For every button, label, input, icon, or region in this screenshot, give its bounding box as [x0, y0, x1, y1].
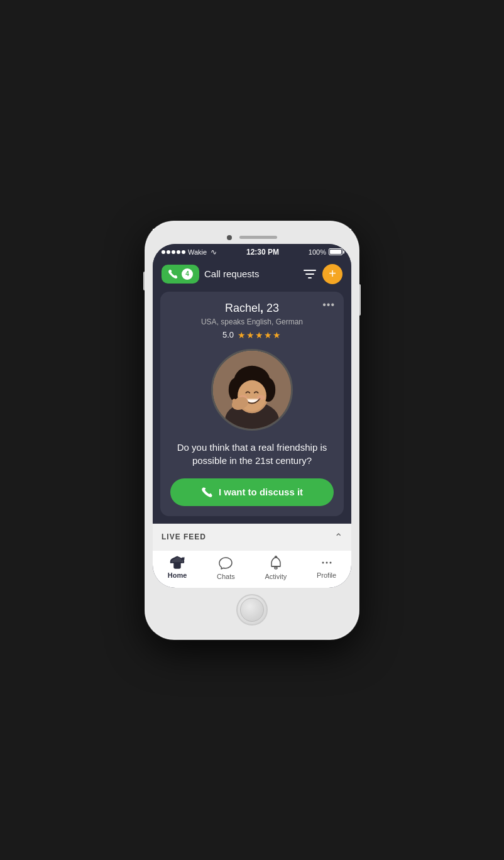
- profile-name: Rachel, 23: [170, 302, 334, 315]
- nav-chats[interactable]: Chats: [217, 556, 235, 580]
- filter-icon[interactable]: [304, 269, 316, 279]
- rating-number: 5.0: [222, 330, 234, 339]
- phone-icon: [168, 269, 178, 279]
- nav-chats-label: Chats: [217, 573, 235, 580]
- wifi-icon: ∿: [211, 248, 217, 256]
- signal-dot-5: [182, 250, 185, 254]
- profile-image: [211, 349, 293, 431]
- signal-dot-1: [162, 250, 165, 254]
- phone-call-icon: [201, 487, 212, 498]
- home-button-inner: [240, 598, 264, 622]
- svg-point-19: [322, 561, 324, 563]
- svg-rect-2: [308, 277, 312, 278]
- power-button: [359, 284, 361, 316]
- phone-device: Wakie ∿ 12:30 PM 100% 4: [145, 221, 359, 639]
- status-left: Wakie ∿: [162, 248, 217, 256]
- live-feed-title: LIVE FEED: [162, 532, 206, 541]
- signal-dots: [162, 250, 185, 254]
- rating-row: 5.0 ★★★★★: [170, 330, 334, 340]
- battery-fill: [330, 250, 341, 254]
- signal-dot-3: [172, 250, 175, 254]
- signal-dot-4: [177, 250, 180, 254]
- signal-dot-2: [167, 250, 170, 254]
- header-title: Call requests: [204, 268, 260, 279]
- svg-rect-0: [304, 270, 316, 271]
- app-header: 4 Call requests +: [153, 259, 351, 292]
- more-dots[interactable]: •••: [322, 299, 335, 311]
- chevron-up-icon[interactable]: ⌃: [334, 531, 342, 543]
- nav-home-label: Home: [168, 571, 187, 579]
- svg-rect-17: [275, 567, 277, 569]
- volume-button: [143, 272, 145, 290]
- call-requests-badge[interactable]: 4: [162, 265, 199, 284]
- live-feed-bar[interactable]: LIVE FEED ⌃: [153, 524, 351, 551]
- nav-activity-label: Activity: [265, 573, 287, 580]
- svg-point-20: [326, 561, 327, 563]
- profile-avatar-svg: [213, 351, 291, 429]
- activity-icon: [269, 556, 283, 571]
- svg-rect-1: [305, 273, 314, 275]
- nav-profile-label: Profile: [317, 571, 336, 579]
- carrier-name: Wakie: [188, 248, 207, 256]
- nav-profile[interactable]: Profile: [317, 556, 336, 580]
- status-bar: Wakie ∿ 12:30 PM 100%: [153, 244, 351, 259]
- badge-count: 4: [182, 268, 193, 280]
- profile-icon: [320, 556, 334, 570]
- camera: [227, 235, 232, 240]
- speaker: [239, 236, 277, 239]
- nav-activity[interactable]: Activity: [265, 556, 287, 580]
- battery-icon: [329, 248, 342, 255]
- chats-icon: [218, 556, 233, 571]
- discussion-text: Do you think that a real friendship is p…: [170, 441, 334, 467]
- profile-card: ••• Rachel, 23 USA, speaks English, Germ…: [160, 292, 344, 516]
- status-right: 100%: [309, 248, 342, 256]
- svg-point-21: [329, 561, 331, 563]
- home-button[interactable]: [236, 594, 268, 626]
- status-time: 12:30 PM: [246, 248, 279, 256]
- discuss-button[interactable]: I want to discuss it: [170, 478, 334, 506]
- profile-img-bg: [213, 351, 291, 429]
- svg-point-11: [257, 395, 265, 400]
- header-actions: +: [304, 264, 342, 284]
- home-icon: [169, 556, 185, 570]
- rating-stars: ★★★★★: [238, 330, 282, 340]
- battery-percent: 100%: [309, 248, 326, 256]
- add-button[interactable]: +: [322, 264, 342, 284]
- bottom-nav: Home Chats Activity: [153, 551, 351, 588]
- profile-location: USA, speaks English, German: [170, 317, 334, 326]
- phone-top-hardware: [153, 229, 351, 244]
- nav-home[interactable]: Home: [168, 556, 187, 580]
- phone-screen: Wakie ∿ 12:30 PM 100% 4: [153, 244, 351, 588]
